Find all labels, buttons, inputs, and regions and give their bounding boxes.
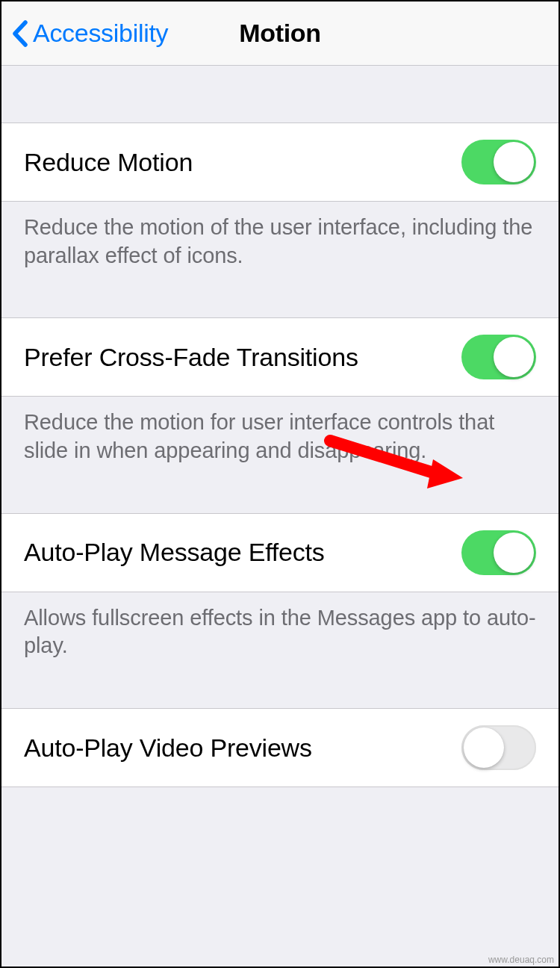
- section-spacer: [1, 681, 559, 708]
- setting-label: Auto-Play Video Previews: [24, 733, 312, 763]
- watermark: www.deuaq.com: [488, 955, 554, 965]
- back-button[interactable]: Accessibility: [1, 1, 168, 65]
- toggle-knob: [494, 337, 534, 377]
- back-label: Accessibility: [33, 19, 168, 48]
- setting-row-reduce-motion: Reduce Motion: [1, 122, 559, 202]
- toggle-knob: [494, 142, 534, 182]
- setting-row-autoplay-video: Auto-Play Video Previews: [1, 708, 559, 787]
- section-spacer: [1, 66, 559, 122]
- chevron-left-icon: [12, 20, 28, 47]
- setting-label: Prefer Cross-Fade Transitions: [24, 343, 358, 372]
- page-title: Motion: [239, 19, 321, 48]
- setting-row-cross-fade: Prefer Cross-Fade Transitions: [1, 317, 559, 397]
- setting-label: Reduce Motion: [24, 148, 193, 177]
- setting-label: Auto-Play Message Effects: [24, 538, 325, 567]
- autoplay-message-effects-toggle[interactable]: [461, 530, 536, 575]
- setting-row-autoplay-message: Auto-Play Message Effects: [1, 513, 559, 592]
- setting-description: Allows fullscreen effects in the Message…: [1, 592, 559, 681]
- toggle-knob: [464, 727, 504, 768]
- autoplay-video-previews-toggle[interactable]: [461, 725, 536, 770]
- toggle-knob: [494, 533, 534, 573]
- setting-description: Reduce the motion for user interface con…: [1, 397, 559, 485]
- section-spacer: [1, 291, 559, 317]
- setting-description: Reduce the motion of the user interface,…: [1, 202, 559, 291]
- cross-fade-toggle[interactable]: [461, 335, 536, 379]
- reduce-motion-toggle[interactable]: [461, 140, 536, 184]
- navigation-header: Accessibility Motion: [1, 1, 559, 66]
- section-spacer: [1, 486, 559, 513]
